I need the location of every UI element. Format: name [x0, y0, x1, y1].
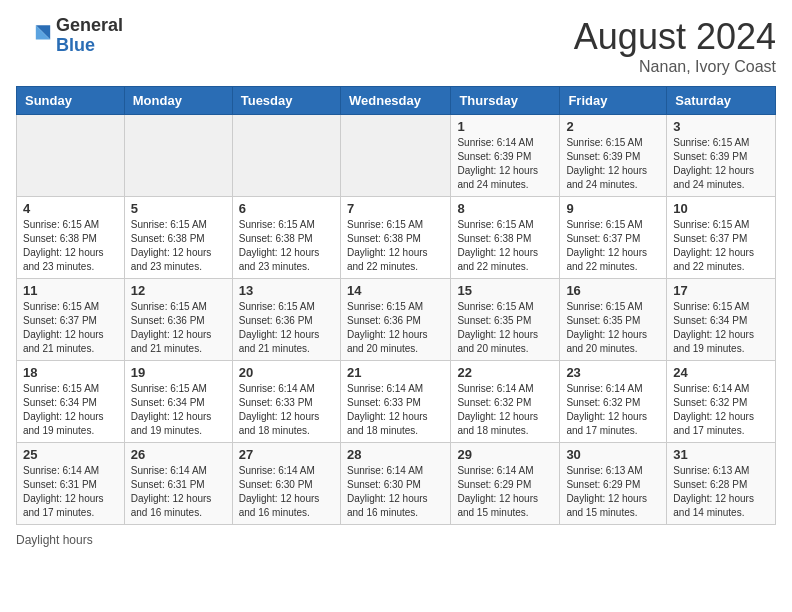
calendar-cell: 6Sunrise: 6:15 AM Sunset: 6:38 PM Daylig… — [232, 197, 340, 279]
day-number: 13 — [239, 283, 334, 298]
day-info: Sunrise: 6:15 AM Sunset: 6:34 PM Dayligh… — [23, 382, 118, 438]
calendar-header-saturday: Saturday — [667, 87, 776, 115]
calendar-cell: 14Sunrise: 6:15 AM Sunset: 6:36 PM Dayli… — [340, 279, 450, 361]
day-info: Sunrise: 6:15 AM Sunset: 6:37 PM Dayligh… — [23, 300, 118, 356]
calendar-table: SundayMondayTuesdayWednesdayThursdayFrid… — [16, 86, 776, 525]
calendar-cell: 27Sunrise: 6:14 AM Sunset: 6:30 PM Dayli… — [232, 443, 340, 525]
calendar-cell: 26Sunrise: 6:14 AM Sunset: 6:31 PM Dayli… — [124, 443, 232, 525]
day-number: 4 — [23, 201, 118, 216]
calendar-cell: 16Sunrise: 6:15 AM Sunset: 6:35 PM Dayli… — [560, 279, 667, 361]
day-info: Sunrise: 6:14 AM Sunset: 6:32 PM Dayligh… — [457, 382, 553, 438]
day-number: 26 — [131, 447, 226, 462]
day-number: 25 — [23, 447, 118, 462]
calendar-cell: 5Sunrise: 6:15 AM Sunset: 6:38 PM Daylig… — [124, 197, 232, 279]
calendar-cell: 9Sunrise: 6:15 AM Sunset: 6:37 PM Daylig… — [560, 197, 667, 279]
calendar-cell — [340, 115, 450, 197]
calendar-cell: 23Sunrise: 6:14 AM Sunset: 6:32 PM Dayli… — [560, 361, 667, 443]
calendar-cell: 10Sunrise: 6:15 AM Sunset: 6:37 PM Dayli… — [667, 197, 776, 279]
day-number: 22 — [457, 365, 553, 380]
calendar-cell: 22Sunrise: 6:14 AM Sunset: 6:32 PM Dayli… — [451, 361, 560, 443]
day-info: Sunrise: 6:14 AM Sunset: 6:33 PM Dayligh… — [347, 382, 444, 438]
calendar-header-row: SundayMondayTuesdayWednesdayThursdayFrid… — [17, 87, 776, 115]
location: Nanan, Ivory Coast — [574, 58, 776, 76]
calendar-cell: 12Sunrise: 6:15 AM Sunset: 6:36 PM Dayli… — [124, 279, 232, 361]
day-number: 2 — [566, 119, 660, 134]
day-info: Sunrise: 6:15 AM Sunset: 6:34 PM Dayligh… — [673, 300, 769, 356]
day-info: Sunrise: 6:15 AM Sunset: 6:38 PM Dayligh… — [131, 218, 226, 274]
calendar-cell: 30Sunrise: 6:13 AM Sunset: 6:29 PM Dayli… — [560, 443, 667, 525]
day-number: 29 — [457, 447, 553, 462]
day-info: Sunrise: 6:13 AM Sunset: 6:29 PM Dayligh… — [566, 464, 660, 520]
day-number: 20 — [239, 365, 334, 380]
calendar-cell: 25Sunrise: 6:14 AM Sunset: 6:31 PM Dayli… — [17, 443, 125, 525]
calendar-week-row: 4Sunrise: 6:15 AM Sunset: 6:38 PM Daylig… — [17, 197, 776, 279]
day-info: Sunrise: 6:14 AM Sunset: 6:30 PM Dayligh… — [347, 464, 444, 520]
day-number: 23 — [566, 365, 660, 380]
day-info: Sunrise: 6:14 AM Sunset: 6:29 PM Dayligh… — [457, 464, 553, 520]
calendar-header-friday: Friday — [560, 87, 667, 115]
day-number: 30 — [566, 447, 660, 462]
day-number: 21 — [347, 365, 444, 380]
day-info: Sunrise: 6:15 AM Sunset: 6:38 PM Dayligh… — [239, 218, 334, 274]
calendar-header-tuesday: Tuesday — [232, 87, 340, 115]
month-year: August 2024 — [574, 16, 776, 58]
logo-general: General — [56, 16, 123, 36]
day-info: Sunrise: 6:14 AM Sunset: 6:31 PM Dayligh… — [131, 464, 226, 520]
calendar-cell: 11Sunrise: 6:15 AM Sunset: 6:37 PM Dayli… — [17, 279, 125, 361]
day-info: Sunrise: 6:15 AM Sunset: 6:39 PM Dayligh… — [566, 136, 660, 192]
calendar-header-sunday: Sunday — [17, 87, 125, 115]
day-number: 7 — [347, 201, 444, 216]
day-info: Sunrise: 6:14 AM Sunset: 6:39 PM Dayligh… — [457, 136, 553, 192]
calendar-week-row: 25Sunrise: 6:14 AM Sunset: 6:31 PM Dayli… — [17, 443, 776, 525]
day-info: Sunrise: 6:15 AM Sunset: 6:38 PM Dayligh… — [347, 218, 444, 274]
calendar-cell: 13Sunrise: 6:15 AM Sunset: 6:36 PM Dayli… — [232, 279, 340, 361]
calendar-cell — [17, 115, 125, 197]
calendar-cell: 2Sunrise: 6:15 AM Sunset: 6:39 PM Daylig… — [560, 115, 667, 197]
day-number: 27 — [239, 447, 334, 462]
day-number: 11 — [23, 283, 118, 298]
day-number: 6 — [239, 201, 334, 216]
calendar-cell: 31Sunrise: 6:13 AM Sunset: 6:28 PM Dayli… — [667, 443, 776, 525]
calendar-header-thursday: Thursday — [451, 87, 560, 115]
day-info: Sunrise: 6:14 AM Sunset: 6:30 PM Dayligh… — [239, 464, 334, 520]
day-number: 16 — [566, 283, 660, 298]
title-block: August 2024 Nanan, Ivory Coast — [574, 16, 776, 76]
day-number: 24 — [673, 365, 769, 380]
calendar-cell: 24Sunrise: 6:14 AM Sunset: 6:32 PM Dayli… — [667, 361, 776, 443]
day-info: Sunrise: 6:15 AM Sunset: 6:35 PM Dayligh… — [457, 300, 553, 356]
logo-blue: Blue — [56, 36, 123, 56]
calendar-cell: 20Sunrise: 6:14 AM Sunset: 6:33 PM Dayli… — [232, 361, 340, 443]
day-info: Sunrise: 6:15 AM Sunset: 6:37 PM Dayligh… — [566, 218, 660, 274]
calendar-header-wednesday: Wednesday — [340, 87, 450, 115]
calendar-cell: 7Sunrise: 6:15 AM Sunset: 6:38 PM Daylig… — [340, 197, 450, 279]
day-info: Sunrise: 6:14 AM Sunset: 6:32 PM Dayligh… — [566, 382, 660, 438]
logo-text: General Blue — [56, 16, 123, 56]
calendar-week-row: 11Sunrise: 6:15 AM Sunset: 6:37 PM Dayli… — [17, 279, 776, 361]
calendar-cell: 28Sunrise: 6:14 AM Sunset: 6:30 PM Dayli… — [340, 443, 450, 525]
day-number: 14 — [347, 283, 444, 298]
day-info: Sunrise: 6:13 AM Sunset: 6:28 PM Dayligh… — [673, 464, 769, 520]
day-number: 5 — [131, 201, 226, 216]
calendar-cell: 19Sunrise: 6:15 AM Sunset: 6:34 PM Dayli… — [124, 361, 232, 443]
footer-note: Daylight hours — [16, 533, 776, 547]
logo: General Blue — [16, 16, 123, 56]
day-info: Sunrise: 6:15 AM Sunset: 6:36 PM Dayligh… — [131, 300, 226, 356]
day-number: 1 — [457, 119, 553, 134]
day-number: 12 — [131, 283, 226, 298]
day-number: 19 — [131, 365, 226, 380]
day-info: Sunrise: 6:14 AM Sunset: 6:32 PM Dayligh… — [673, 382, 769, 438]
day-info: Sunrise: 6:15 AM Sunset: 6:36 PM Dayligh… — [347, 300, 444, 356]
day-info: Sunrise: 6:15 AM Sunset: 6:34 PM Dayligh… — [131, 382, 226, 438]
calendar-cell: 4Sunrise: 6:15 AM Sunset: 6:38 PM Daylig… — [17, 197, 125, 279]
logo-icon — [16, 18, 52, 54]
day-number: 17 — [673, 283, 769, 298]
calendar-week-row: 1Sunrise: 6:14 AM Sunset: 6:39 PM Daylig… — [17, 115, 776, 197]
calendar-cell: 3Sunrise: 6:15 AM Sunset: 6:39 PM Daylig… — [667, 115, 776, 197]
day-info: Sunrise: 6:14 AM Sunset: 6:31 PM Dayligh… — [23, 464, 118, 520]
day-info: Sunrise: 6:15 AM Sunset: 6:37 PM Dayligh… — [673, 218, 769, 274]
day-number: 31 — [673, 447, 769, 462]
calendar-cell: 17Sunrise: 6:15 AM Sunset: 6:34 PM Dayli… — [667, 279, 776, 361]
calendar-cell: 21Sunrise: 6:14 AM Sunset: 6:33 PM Dayli… — [340, 361, 450, 443]
calendar-cell: 8Sunrise: 6:15 AM Sunset: 6:38 PM Daylig… — [451, 197, 560, 279]
day-info: Sunrise: 6:15 AM Sunset: 6:38 PM Dayligh… — [457, 218, 553, 274]
